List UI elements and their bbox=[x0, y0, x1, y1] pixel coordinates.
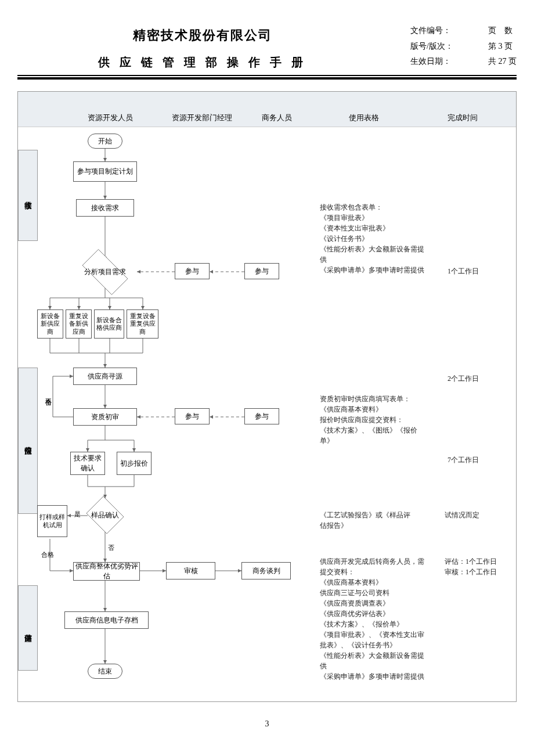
manual-title: 供 应 链 管 理 部 操 作 手 册 bbox=[17, 55, 387, 70]
annot-recv-forms: 接收需求包含表单： 《项目审批表》 《资本性支出审批表》 《设计任务书》 《性能… bbox=[320, 202, 424, 275]
node-prelim: 资质初审 bbox=[73, 408, 137, 426]
node-start: 开始 bbox=[88, 134, 122, 149]
node-cat-repeat-repeat: 重复设备重复供应商 bbox=[127, 309, 158, 339]
node-participate-2: 参与 bbox=[244, 263, 279, 279]
node-end: 结束 bbox=[88, 664, 122, 679]
annot-sample-report: 《工艺试验报告》或《样品评估报告》 bbox=[320, 510, 413, 531]
node-source: 供应商寻源 bbox=[73, 368, 137, 385]
node-participate-1: 参与 bbox=[175, 263, 210, 279]
node-archive: 供应商信息电子存档 bbox=[64, 611, 149, 629]
page-number: 3 bbox=[17, 719, 517, 729]
annot-prelim-forms: 资质初审时供应商填写表单： 《供应商基本资料》 报价时供应商应提交资料： 《技术… bbox=[320, 394, 424, 446]
time-sample: 试情况而定 bbox=[445, 510, 491, 520]
node-tech-confirm: 技术要求确认 bbox=[70, 452, 105, 475]
node-negotiate: 商务谈判 bbox=[241, 562, 291, 579]
edge-no: 否 bbox=[108, 543, 114, 552]
node-participate-4: 参与 bbox=[244, 408, 279, 424]
node-cat-new-qualified: 新设备合格供应商 bbox=[94, 309, 124, 339]
time-analyze: 1个工作日 bbox=[448, 266, 479, 276]
flowchart: 资源开发人员 资源开发部门经理 商务人员 使用表格 完成时间 接收需求 供应商报… bbox=[17, 91, 517, 702]
doc-header: 精密技术股份有限公司 供 应 链 管 理 部 操 作 手 册 文件编号： 版号/… bbox=[17, 23, 517, 70]
time-eval: 评估：1个工作日 审核：1个工作日 bbox=[445, 556, 497, 577]
node-sample-confirm: 样品确认 bbox=[85, 498, 125, 532]
edge-yes: 是 bbox=[74, 510, 81, 519]
time-quote: 7个工作日 bbox=[448, 455, 479, 465]
version-label: 版号/版次： bbox=[410, 39, 453, 55]
node-plan: 参与项目制定计划 bbox=[73, 161, 137, 182]
node-prototype: 打样或样机试用 bbox=[37, 505, 67, 537]
page-current: 第 3 页 bbox=[488, 39, 517, 55]
node-review: 审核 bbox=[166, 562, 215, 579]
effective-label: 生效日期： bbox=[410, 54, 453, 70]
company-name: 精密技术股份有限公司 bbox=[17, 27, 387, 44]
node-analyze: 分析项目需求 bbox=[76, 256, 134, 288]
page-title: 页 数 bbox=[488, 23, 517, 39]
node-recv: 接收需求 bbox=[76, 199, 134, 217]
time-source: 2个工作日 bbox=[448, 373, 479, 384]
annot-handover-forms: 供应商开发完成后转商务人员，需提交资料： 《供应商基本资料》 供应商三证与公司资… bbox=[320, 556, 424, 682]
node-cat-repeat-new: 重复设备新供应商 bbox=[66, 309, 92, 339]
edge-ok: 合格 bbox=[41, 550, 54, 559]
docno-label: 文件编号： bbox=[410, 23, 453, 39]
page-total: 共 27 页 bbox=[488, 54, 517, 70]
node-participate-3: 参与 bbox=[175, 408, 210, 424]
flow-lines bbox=[18, 92, 516, 701]
node-initial-quote: 初步报价 bbox=[117, 452, 151, 475]
node-eval: 供应商整体优劣势评估 bbox=[73, 562, 140, 581]
node-cat-new-new: 新设备新供应商 bbox=[37, 309, 63, 339]
